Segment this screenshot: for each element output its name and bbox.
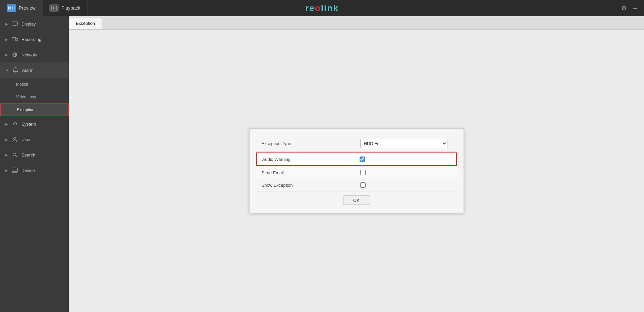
- sidebar: ▶ Display ▶ Recording ▶: [0, 16, 69, 312]
- sidebar-item-user[interactable]: ▶ User: [0, 132, 69, 147]
- sidebar-item-alarm[interactable]: ▼ Alarm: [0, 62, 69, 78]
- sidebar-alarm-label: Alarm: [22, 68, 63, 73]
- exception-type-label: Exception Type: [259, 141, 360, 146]
- audio-warning-row: Audio Warning: [256, 152, 457, 166]
- sidebar-item-recording[interactable]: ▶ Recording: [0, 32, 69, 47]
- user-arrow-icon: ▶: [5, 138, 8, 141]
- send-email-row: Send Email: [256, 167, 457, 179]
- sidebar-display-label: Display: [21, 21, 63, 27]
- system-arrow-icon: ▶: [5, 122, 8, 126]
- content-area: Exception Exception Type HDD Full HDD Er…: [69, 16, 644, 312]
- user-icon: [11, 136, 18, 143]
- send-email-checkbox[interactable]: [360, 170, 366, 175]
- topbar: Preview Playback reolink ⚙ →: [0, 0, 644, 16]
- playback-icon: [49, 4, 59, 12]
- device-arrow-icon: ▶: [5, 169, 8, 172]
- svg-rect-3: [9, 8, 11, 9]
- svg-rect-1: [9, 7, 11, 8]
- network-arrow-icon: ▶: [5, 53, 8, 57]
- sidebar-user-label: User: [21, 137, 63, 142]
- svg-marker-6: [53, 7, 55, 9]
- sidebar-sub-exception[interactable]: Exception: [0, 103, 69, 116]
- svg-line-19: [16, 156, 17, 157]
- sidebar-recording-label: Recording: [21, 37, 63, 42]
- svg-rect-22: [14, 172, 16, 172]
- topbar-right: ⚙ →: [621, 4, 639, 12]
- audio-warning-label: Audio Warning: [260, 157, 360, 162]
- recording-arrow-icon: ▶: [5, 38, 8, 41]
- sidebar-system-label: System: [21, 122, 63, 127]
- display-arrow-icon: ▶: [5, 22, 8, 26]
- show-exception-control: [360, 182, 454, 188]
- preview-icon: [7, 4, 16, 12]
- sidebar-device-label: Device: [21, 168, 63, 173]
- send-email-control: [360, 170, 454, 175]
- show-exception-checkbox[interactable]: [360, 182, 366, 188]
- svg-rect-10: [12, 38, 16, 41]
- playback-button[interactable]: Playback: [43, 0, 88, 16]
- device-icon: [11, 167, 18, 174]
- audio-warning-control: [360, 157, 453, 162]
- audio-warning-checkbox[interactable]: [360, 157, 365, 162]
- recording-icon: [11, 36, 18, 43]
- exception-type-row: Exception Type HDD Full HDD Error No HDD…: [256, 135, 457, 152]
- svg-point-18: [13, 153, 16, 156]
- search-icon: [11, 151, 18, 158]
- reolink-logo: reolink: [305, 3, 338, 13]
- svg-rect-20: [12, 168, 17, 172]
- exception-dialog: Exception Type HDD Full HDD Error No HDD…: [249, 128, 464, 213]
- svg-rect-7: [12, 22, 17, 25]
- system-icon: ⚙: [11, 121, 18, 127]
- display-icon: [11, 20, 18, 27]
- sidebar-item-search[interactable]: ▶ Search: [0, 147, 69, 163]
- show-exception-row: Show Exception: [256, 179, 457, 191]
- sidebar-item-display[interactable]: ▶ Display: [0, 16, 69, 32]
- logout-icon[interactable]: →: [632, 4, 639, 12]
- search-arrow-icon: ▶: [5, 153, 8, 157]
- sidebar-sub-motion[interactable]: Motion: [0, 78, 69, 91]
- topbar-nav: Preview Playback: [0, 0, 88, 16]
- settings-icon[interactable]: ⚙: [621, 4, 627, 12]
- video-loss-label: Video Loss: [16, 95, 36, 99]
- main-content: Exception Type HDD Full HDD Error No HDD…: [69, 30, 644, 312]
- tab-exception[interactable]: Exception: [69, 17, 102, 29]
- alarm-icon: [12, 67, 19, 74]
- alarm-arrow-icon: ▼: [5, 69, 9, 72]
- ok-button[interactable]: OK: [343, 195, 370, 205]
- exception-type-control: HDD Full HDD Error No HDD Network Discon…: [360, 139, 454, 148]
- tab-bar: Exception: [69, 16, 644, 30]
- sidebar-sub-video-loss[interactable]: Video Loss: [0, 91, 69, 103]
- sidebar-item-system[interactable]: ▶ ⚙ System: [0, 116, 69, 132]
- svg-rect-4: [12, 8, 13, 9]
- main-layout: ▶ Display ▶ Recording ▶: [0, 16, 644, 312]
- sidebar-item-network[interactable]: ▶ Network: [0, 47, 69, 62]
- motion-label: Motion: [16, 82, 28, 87]
- sidebar-network-label: Network: [21, 52, 63, 57]
- network-icon: [11, 51, 18, 58]
- exception-label: Exception: [17, 107, 35, 112]
- preview-button[interactable]: Preview: [0, 0, 43, 16]
- show-exception-label: Show Exception: [259, 183, 360, 188]
- sidebar-search-label: Search: [21, 152, 63, 158]
- svg-rect-2: [12, 7, 13, 8]
- sidebar-item-device[interactable]: ▶ Device: [0, 163, 69, 178]
- tab-exception-label: Exception: [76, 21, 95, 26]
- exception-type-select[interactable]: HDD Full HDD Error No HDD Network Discon…: [360, 139, 447, 148]
- send-email-label: Send Email: [259, 170, 360, 175]
- svg-point-17: [14, 137, 16, 140]
- preview-label: Preview: [19, 5, 36, 11]
- playback-label: Playback: [61, 5, 80, 11]
- dialog-ok-row: OK: [256, 191, 457, 206]
